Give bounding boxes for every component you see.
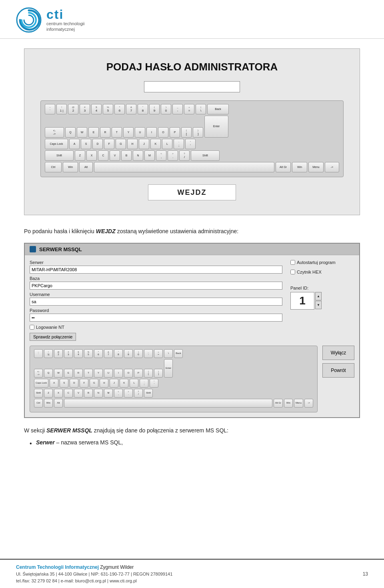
key-alt-left[interactable]: Alt [79, 162, 93, 172]
key-equals[interactable]: += [184, 104, 194, 114]
kb2-key-z[interactable]: Z [44, 389, 53, 398]
key-r[interactable]: R [100, 127, 110, 138]
key-0[interactable]: )0 [161, 104, 171, 114]
key-g[interactable]: G [116, 139, 126, 149]
kb2-key-backspace[interactable]: Back [174, 349, 183, 358]
key-quote[interactable]: "' [185, 139, 196, 149]
key-2[interactable]: @2 [68, 104, 78, 114]
baza-field-input[interactable] [30, 282, 282, 290]
key-x[interactable]: X [86, 150, 97, 161]
key-c[interactable]: C [98, 150, 108, 161]
kb2-key-altgr[interactable]: Alt Gr [274, 399, 283, 408]
kb2-key-quote[interactable]: "' [150, 379, 158, 388]
key-rbracket[interactable]: }] [193, 127, 203, 138]
kb2-key-q[interactable]: Q [44, 369, 53, 378]
kb2-key-menu[interactable]: Menu [294, 399, 303, 408]
kb2-key-backtick[interactable]: ~` [34, 349, 43, 358]
kb2-key-w[interactable]: W [54, 369, 63, 378]
kb2-key-2[interactable]: @2 [54, 349, 63, 358]
key-ctrl-left[interactable]: Ctrl [45, 162, 62, 172]
czytnik-hex-checkbox[interactable] [290, 270, 295, 274]
wylacz-button[interactable]: Wyłącz [322, 346, 354, 360]
key-i[interactable]: I [146, 127, 157, 138]
sprawdz-btn[interactable]: Sprawdz połączenie [30, 333, 76, 341]
kb2-key-y[interactable]: Y [94, 369, 103, 378]
kb2-key-4[interactable]: $4 [74, 349, 83, 358]
kb2-key-p[interactable]: P [134, 369, 143, 378]
kb2-key-period[interactable]: >. [124, 389, 133, 398]
key-s[interactable]: S [81, 139, 91, 149]
kb2-key-6[interactable]: ^6 [94, 349, 103, 358]
logowanie-nt-checkbox[interactable] [30, 325, 34, 330]
key-shift-right[interactable]: Shift [191, 150, 220, 161]
key-8[interactable]: "8 [138, 104, 148, 114]
kb2-key-i[interactable]: I [114, 369, 123, 378]
key-win-left[interactable]: Win [63, 162, 78, 172]
key-period[interactable]: >. [168, 150, 178, 161]
key-k[interactable]: K [150, 139, 161, 149]
key-6[interactable]: ^6 [114, 104, 125, 114]
key-slash[interactable]: ?/ [179, 150, 190, 161]
kb2-key-3[interactable]: #3 [64, 349, 73, 358]
kb2-key-shift-right[interactable]: Shift [144, 389, 153, 398]
key-n[interactable]: N [133, 150, 143, 161]
key-1[interactable]: !1 | [56, 104, 67, 114]
autostartuj-checkbox[interactable] [290, 260, 295, 265]
kb2-key-tab[interactable]: <--> [34, 369, 43, 378]
key-l[interactable]: L [162, 139, 172, 149]
key-o[interactable]: O [158, 127, 168, 138]
panel-id-down[interactable]: ▼ [315, 301, 322, 309]
password-field-input[interactable] [30, 314, 282, 322]
key-m[interactable]: M [144, 150, 155, 161]
kb2-key-o[interactable]: O [124, 369, 133, 378]
kb2-key-k[interactable]: K [120, 379, 128, 388]
key-t[interactable]: T [112, 127, 122, 138]
key-5[interactable]: %5 [103, 104, 113, 114]
kb2-key-slash[interactable]: ?/ [134, 389, 143, 398]
kb2-key-backslash[interactable]: \ [164, 349, 173, 358]
panel-id-up[interactable]: ▲ [315, 292, 322, 300]
kb2-key-t[interactable]: T [84, 369, 93, 378]
key-d[interactable]: D [92, 139, 103, 149]
key-e[interactable]: E [88, 127, 99, 138]
kb2-key-1[interactable]: !1| [44, 349, 53, 358]
kb2-key-rbracket[interactable]: }] [154, 369, 163, 378]
kb2-key-minus[interactable]: _- [144, 349, 153, 358]
key-space[interactable] [94, 162, 274, 172]
kb2-key-c[interactable]: C [64, 389, 73, 398]
key-v[interactable]: V [110, 150, 120, 161]
key-enter[interactable]: Enter [204, 116, 228, 138]
serwer-field-input[interactable] [30, 266, 282, 274]
kb2-key-f[interactable]: F [80, 379, 88, 388]
key-q[interactable]: Q [65, 127, 76, 138]
key-b[interactable]: B [121, 150, 132, 161]
kb2-key-d[interactable]: D [70, 379, 78, 388]
key-7[interactable]: &7 [126, 104, 136, 114]
key-f[interactable]: F [104, 139, 114, 149]
key-4[interactable]: $4 [91, 104, 102, 114]
kb2-key-lbracket[interactable]: {[ [144, 369, 153, 378]
key-menu[interactable]: Menu [308, 162, 324, 172]
password-input[interactable] [144, 81, 240, 92]
kb2-key-j[interactable]: J [110, 379, 118, 388]
key-capslock[interactable]: Caps Lock [45, 139, 68, 149]
key-backtick[interactable]: ~` [45, 104, 55, 114]
kb2-key-s[interactable]: S [60, 379, 68, 388]
kb2-key-arrow[interactable]: -> [304, 399, 313, 408]
username-field-input[interactable] [30, 298, 282, 306]
key-minus[interactable]: _- [172, 104, 183, 114]
kb2-key-5[interactable]: %5 [84, 349, 93, 358]
powrot-button[interactable]: Powrót [322, 363, 354, 378]
key-z[interactable]: Z [75, 150, 85, 161]
kb2-key-n[interactable]: N [94, 389, 103, 398]
key-lbracket[interactable]: {[ [181, 127, 192, 138]
key-9[interactable]: (9 [149, 104, 160, 114]
key-win-right[interactable]: Win [292, 162, 307, 172]
kb2-key-7[interactable]: &7 [104, 349, 113, 358]
key-altgr[interactable]: Alt Gr [276, 162, 291, 172]
kb2-key-r[interactable]: R [74, 369, 83, 378]
wejdz-button[interactable]: WEJDZ [148, 184, 236, 200]
kb2-key-v[interactable]: V [74, 389, 83, 398]
kb2-key-win-right[interactable]: Win [284, 399, 293, 408]
key-h[interactable]: H [127, 139, 138, 149]
